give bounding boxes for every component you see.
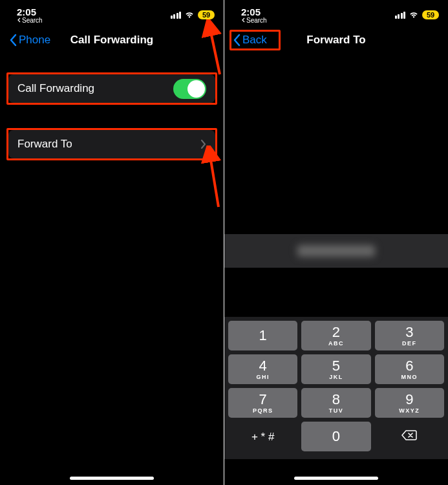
redacted-number bbox=[297, 245, 375, 257]
backspace-icon bbox=[401, 429, 417, 444]
home-indicator[interactable] bbox=[70, 477, 154, 480]
row-label: Call Forwarding bbox=[17, 82, 94, 95]
nav-back-phone[interactable]: Phone bbox=[5, 31, 54, 49]
keypad-key-delete[interactable] bbox=[375, 422, 444, 451]
status-bar: 2:05 Search 59 bbox=[224, 0, 448, 26]
keypad-key-2[interactable]: 2ABC bbox=[301, 321, 370, 350]
highlight-annotation: Forward To bbox=[6, 128, 217, 160]
battery-level: 59 bbox=[422, 10, 439, 19]
wifi-icon bbox=[184, 11, 195, 19]
chevron-left-icon bbox=[9, 34, 17, 47]
screen-forward-to: 2:05 Search 59 Back Forward To 1 bbox=[224, 0, 448, 485]
nav-back-label: Phone bbox=[19, 34, 50, 47]
status-back-search[interactable]: Search bbox=[17, 17, 43, 24]
row-label: Forward To bbox=[17, 138, 72, 151]
keypad-key-5[interactable]: 5JKL bbox=[301, 354, 370, 384]
nav-bar: Phone Call Forwarding bbox=[0, 26, 224, 54]
chevron-right-icon bbox=[201, 140, 206, 149]
status-time: 2:05 bbox=[241, 6, 267, 17]
keypad-key-8[interactable]: 8TUV bbox=[301, 388, 370, 418]
keypad-key-4[interactable]: 4GHI bbox=[228, 354, 297, 384]
call-forwarding-toggle[interactable] bbox=[173, 79, 206, 99]
cellular-signal-icon bbox=[171, 12, 182, 19]
status-back-search[interactable]: Search bbox=[241, 17, 267, 24]
keypad-key-3[interactable]: 3DEF bbox=[375, 321, 444, 350]
nav-back-button[interactable]: Back bbox=[229, 30, 281, 50]
keypad-key-0[interactable]: 0 bbox=[301, 422, 370, 451]
keypad-key-9[interactable]: 9WXYZ bbox=[375, 388, 444, 418]
nav-bar: Back Forward To bbox=[224, 26, 448, 54]
keypad: 1 2ABC 3DEF 4GHI 5JKL 6MNO 7PQRS 8TUV 9W… bbox=[224, 317, 448, 459]
wifi-icon bbox=[409, 11, 419, 19]
screen-call-forwarding: 2:05 Search 59 Phone Call Forwarding Cal… bbox=[0, 0, 224, 485]
keypad-key-6[interactable]: 6MNO bbox=[375, 354, 444, 384]
nav-back-label: Back bbox=[242, 34, 267, 47]
forward-to-row[interactable]: Forward To bbox=[8, 130, 215, 158]
keypad-key-symbols[interactable]: + * # bbox=[228, 422, 297, 451]
home-indicator[interactable] bbox=[294, 477, 378, 480]
battery-level: 59 bbox=[198, 10, 215, 19]
status-time: 2:05 bbox=[17, 6, 43, 17]
call-forwarding-toggle-row[interactable]: Call Forwarding bbox=[8, 74, 215, 103]
cellular-signal-icon bbox=[395, 12, 406, 19]
keypad-key-7[interactable]: 7PQRS bbox=[228, 388, 297, 418]
keypad-key-1[interactable]: 1 bbox=[228, 321, 297, 350]
chevron-left-icon bbox=[233, 34, 240, 47]
phone-number-field[interactable] bbox=[224, 234, 448, 268]
status-bar: 2:05 Search 59 bbox=[0, 0, 224, 26]
highlight-annotation: Call Forwarding bbox=[6, 72, 217, 105]
